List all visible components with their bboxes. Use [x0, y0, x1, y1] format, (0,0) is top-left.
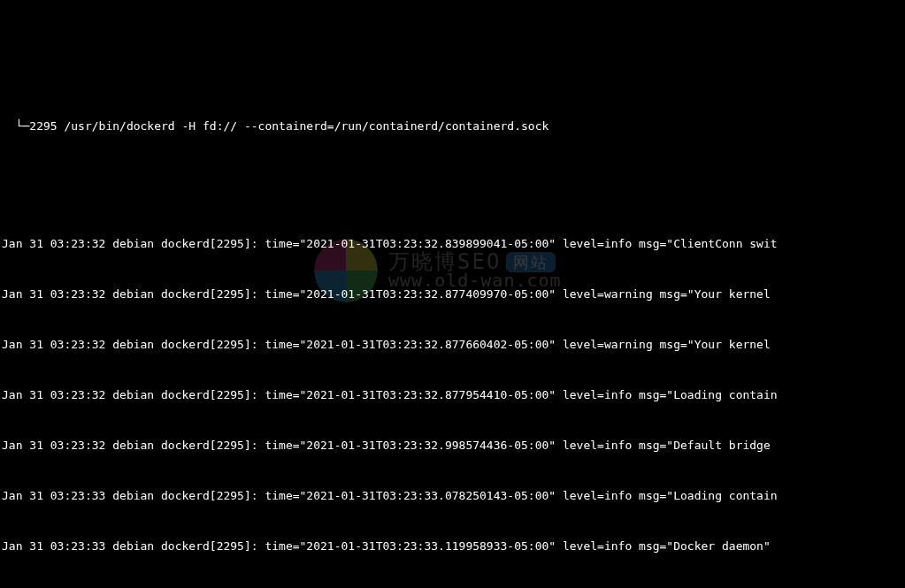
journal-line: Jan 31 03:23:32 debian dockerd[2295]: ti…	[2, 437, 903, 454]
journal-line: Jan 31 03:23:32 debian dockerd[2295]: ti…	[2, 286, 903, 302]
terminal-window[interactable]: 万晓博SEO 网站 www.old-wan.com └─2295 /usr/bi…	[0, 0, 905, 588]
blank-line	[2, 168, 903, 185]
journal-line: Jan 31 03:23:32 debian dockerd[2295]: ti…	[2, 336, 903, 353]
journal-line: Jan 31 03:23:32 debian dockerd[2295]: ti…	[2, 235, 903, 252]
journal-line: Jan 31 03:23:33 debian dockerd[2295]: ti…	[2, 487, 903, 504]
journal-line: Jan 31 03:23:32 debian dockerd[2295]: ti…	[2, 386, 903, 403]
process-tree-line: └─2295 /usr/bin/dockerd -H fd:// --conta…	[2, 118, 903, 134]
journal-line: Jan 31 03:23:33 debian dockerd[2295]: ti…	[2, 538, 903, 554]
